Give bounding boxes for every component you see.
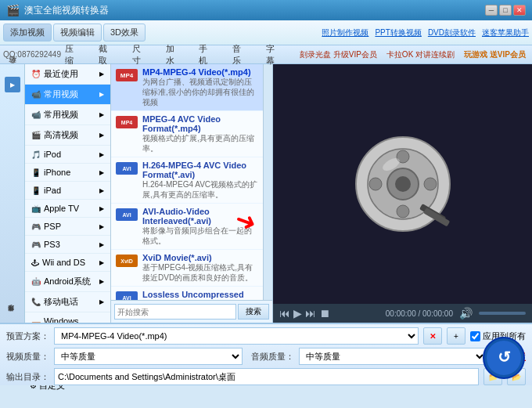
- format-item[interactable]: MP4 MP4-MPEG-4 Video(*.mp4) 为网台广播、视频通讯定制…: [111, 64, 263, 111]
- format-name: Lossless Uncompressed Avi(*.avi): [142, 290, 258, 300]
- quality-row: 视频质量： 中等质量 音频质量： 中等质量 高级设置: [6, 348, 526, 365]
- preset-edit-button[interactable]: ✕: [423, 327, 442, 345]
- menu-iphone[interactable]: 📱 iPhone ▶: [25, 164, 110, 182]
- menu-psp[interactable]: 🎮 PSP ▶: [25, 218, 110, 236]
- format-desc: 基于MPEG4-视频压缩格式,具有接近DVD的画质和良好的音质。: [142, 262, 258, 283]
- format-name: MP4-MPEG-4 Video(*.mp4): [142, 67, 258, 77]
- volume-icon[interactable]: 🔊: [459, 307, 473, 320]
- preset-add-button[interactable]: +: [447, 327, 466, 345]
- format-desc: 将影像与音频同步组合在一起的格式。: [142, 226, 258, 246]
- close-button[interactable]: ✕: [513, 5, 526, 16]
- format-badge: MP4: [116, 69, 138, 81]
- menu-recent[interactable]: ⏰ 最近使用 ▶: [25, 64, 110, 85]
- format-item[interactable]: AVI Lossless Uncompressed Avi(*.avi) 主要用…: [111, 287, 263, 300]
- promo-dvd-vip: 刻录光盘 升级VIP会员 卡拉OK 对讲连续剧 玩游戏 送VIP会员: [293, 45, 532, 63]
- format-badge: XviD: [116, 255, 138, 267]
- format-desc: 为网台广播、视频通讯定制的压缩标准,很小的你的却拥有很佳的视频: [142, 77, 258, 107]
- format-desc: 视频格式的扩展,具有更高的压缩率。: [142, 133, 258, 153]
- format-item[interactable]: AVI AVI-Audio-Video Interleaved(*.avi) 将…: [111, 204, 263, 250]
- format-badge: AVI: [116, 208, 138, 221]
- preset-select[interactable]: MP4-MPEG-4 Video(*.mp4): [54, 327, 419, 345]
- format-item[interactable]: XviD XviD Movie(*.avi) 基于MPEG4-视频压缩格式,具有…: [111, 250, 263, 287]
- titlebar: 🎬 澳宝全能视频转换器 ─ □ ✕: [0, 0, 532, 20]
- menu-apple-tv[interactable]: 📺 Apple TV ▶: [25, 200, 110, 218]
- format-name: AVI-Audio-Video Interleaved(*.avi): [142, 207, 258, 226]
- format-item[interactable]: AVI H.264-MPEG-4 AVC Video Format(*.avi)…: [111, 157, 263, 204]
- format-item[interactable]: MP4 MPEG-4 AVC Video Format(*.mp4) 视频格式的…: [111, 111, 263, 157]
- svg-point-5: [397, 205, 409, 218]
- nav-label: QQ:0876292449: [0, 45, 53, 63]
- playback-controls: ⏮ ▶ ⏭ ⏹ 00:00:00 / 00:00:00 🔊: [273, 304, 532, 323]
- format-badge: MP4: [116, 116, 138, 128]
- svg-point-7: [424, 178, 437, 190]
- video-quality-select[interactable]: 中等质量: [54, 348, 243, 365]
- preset-row: 预置方案： MP4-MPEG-4 Video(*.mp4) ✕ + 应用到所有: [6, 327, 526, 345]
- menu-hd-video[interactable]: 🎬 高清视频 ▶: [25, 125, 110, 146]
- convert-icon: ↺: [482, 336, 526, 380]
- stop-subtitle-button[interactable]: 停用字幕: [8, 316, 16, 320]
- video-preview: [273, 64, 532, 304]
- category-menu: ⏰ 最近使用 ▶ 📹 常用视频 ▶ 📹 常用视频 ▶ 🎬 高清视频 ▶ 🎵 iP…: [25, 64, 111, 323]
- menu-android[interactable]: 🤖 Android系统 ▶: [25, 272, 110, 292]
- maximize-button[interactable]: □: [499, 5, 512, 16]
- promo-ppt-video[interactable]: PPT转换视频: [375, 27, 421, 38]
- preview-panel: ⏮ ▶ ⏭ ⏹ 00:00:00 / 00:00:00 🔊: [273, 64, 532, 323]
- stop-button[interactable]: ⏹: [319, 307, 330, 320]
- menu-common-video[interactable]: 📹 常用视频 ▶: [25, 85, 110, 105]
- output-path-input[interactable]: [54, 368, 479, 385]
- effects-3d-button[interactable]: 3D效果: [103, 23, 146, 42]
- file-label: 名称: [7, 67, 18, 74]
- menu-ipod[interactable]: 🎵 iPod ▶: [25, 146, 110, 164]
- format-badge: AVI: [116, 162, 138, 175]
- format-name: XviD Movie(*.avi): [142, 253, 258, 262]
- svg-point-3: [395, 176, 411, 192]
- convert-button[interactable]: ↺: [482, 336, 526, 382]
- svg-text:↺: ↺: [498, 348, 511, 366]
- rewind-button[interactable]: ⏮: [279, 307, 290, 320]
- svg-point-6: [369, 178, 382, 190]
- audio-quality-label: 音频质量：: [247, 351, 294, 363]
- output-row: 输出目录： 📁 📂: [6, 368, 526, 385]
- left-sidebar: 名称 ▶ 停用字幕: [0, 64, 25, 323]
- menu-ipad[interactable]: 📱 iPad ▶: [25, 182, 110, 200]
- format-desc: H.264-MPEG4 AVC视频格式的扩展,具有更高的压缩率。: [142, 179, 258, 200]
- format-list-panel: MP4 MP4-MPEG-4 Video(*.mp4) 为网台广播、视频通讯定制…: [111, 64, 273, 323]
- audio-quality-select[interactable]: 中等质量: [299, 348, 487, 365]
- preset-label: 预置方案：: [6, 330, 49, 342]
- output-label: 输出目录：: [6, 371, 49, 383]
- format-name: MPEG-4 AVC Video Format(*.mp4): [142, 114, 258, 133]
- volume-slider[interactable]: [479, 312, 526, 315]
- play-button[interactable]: ▶: [293, 307, 302, 320]
- film-reel-icon: [352, 133, 454, 235]
- app-title: 澳宝全能视频转换器: [24, 4, 109, 17]
- menu-ps3[interactable]: 🎮 PS3 ▶: [25, 236, 110, 254]
- add-video-button[interactable]: 添加视频: [3, 23, 52, 42]
- menu-wii[interactable]: 🕹 Wii and DS ▶: [25, 254, 110, 272]
- time-display: 00:00:00 / 00:00:00: [386, 309, 453, 318]
- format-name: H.264-MPEG-4 AVC Video Format(*.avi): [142, 161, 258, 179]
- search-button[interactable]: 搜索: [238, 304, 269, 320]
- video-quality-label: 视频质量：: [6, 351, 49, 363]
- file-icon: ▶: [5, 77, 20, 92]
- minimize-button[interactable]: ─: [485, 5, 498, 16]
- bottom-controls: 预置方案： MP4-MPEG-4 Video(*.mp4) ✕ + 应用到所有 …: [0, 323, 532, 385]
- menu-common-video-2[interactable]: 📹 常用视频 ▶: [25, 105, 110, 125]
- search-input[interactable]: [114, 304, 236, 320]
- format-list: MP4 MP4-MPEG-4 Video(*.mp4) 为网台广播、视频通讯定制…: [111, 64, 264, 300]
- promo-apple[interactable]: 迷客苹果助手: [482, 27, 529, 38]
- format-badge: AVI: [116, 291, 138, 300]
- apply-all-checkbox[interactable]: [470, 331, 480, 341]
- menu-mobile[interactable]: 📞 移动电话 ▶: [25, 292, 110, 312]
- video-edit-button[interactable]: 视频编辑: [53, 23, 102, 42]
- promo-dvd[interactable]: DVD刻录软件: [428, 27, 476, 38]
- fast-forward-button[interactable]: ⏭: [305, 307, 316, 320]
- search-area: 搜索: [111, 300, 272, 323]
- promo-photo-video[interactable]: 照片制作视频: [322, 27, 368, 38]
